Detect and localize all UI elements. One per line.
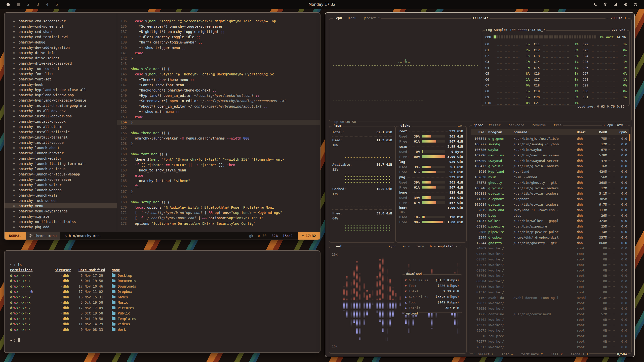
file-item[interactable]: ✱omarchy-cmd-share	[5, 29, 117, 34]
terminal-body[interactable]: ~ ❯ ls PermissionsSizeUserDate ModifiedN…	[5, 251, 320, 352]
file-item[interactable]: ✱omarchy-menu	[5, 203, 117, 208]
proc-row[interactable]: 1275containe/usr/bin/containerdroot52M0.…	[471, 311, 629, 317]
workspace-3[interactable]: 3	[37, 2, 39, 7]
workspace-4[interactable]: 4	[46, 2, 49, 7]
proc-row[interactable]: 74733kworker/root0B0.0	[471, 284, 629, 290]
proc-footer-keys[interactable]: ↑ select ↓ info ↵ terminate t Kill k sig…	[473, 352, 589, 356]
file-item[interactable]: ✱omarchy-install-dev-env	[5, 108, 117, 113]
file-item[interactable]: ✱omarchy-launch-webapp	[5, 187, 117, 193]
code-pane[interactable]: 135 case $(menu "Toggle" "▢ Screensaver\…	[117, 13, 320, 231]
file-item[interactable]: ✱omarchy-install-docker-dbs	[5, 113, 117, 119]
proc-row[interactable]: 1162avahi-daavahi-daemon: running [avahi…	[471, 295, 629, 300]
cpu-menu-hints[interactable]: menu preset *	[348, 16, 380, 20]
file-item[interactable]: ✱omarchy-install-steam	[5, 124, 117, 129]
terminal-prompt-line-2[interactable]: ~ ❯	[10, 338, 315, 343]
proc-row[interactable]: 87649btopbtopdhh26M0.0	[471, 213, 629, 218]
file-item[interactable]: ✱omarchy-cmd-screensaver	[5, 18, 117, 24]
file-item[interactable]: ✱omarchy-launch-floating-terminal-	[5, 161, 117, 166]
proc-row[interactable]: 106809swayosd-/usr/bin/swayosd-serverdhh…	[471, 158, 629, 163]
network-arrows-icon[interactable]	[593, 3, 597, 7]
proc-row[interactable]: 2075XwaylandXwayland :1 -rootless -dhh11…	[471, 207, 629, 213]
file-item[interactable]: ✱omarchy-install-vscode	[5, 140, 117, 145]
file-item[interactable]: ✱omarchy-launch-wifi	[5, 193, 117, 198]
file-item[interactable]: ✱omarchy-menu-keybindings	[5, 208, 117, 214]
file-item[interactable]: ✱omarchy-font-current	[5, 66, 117, 71]
file-item[interactable]: ✱omarchy-drive-select	[5, 55, 117, 61]
proc-option-hints[interactable]: filter per-core reverse tree	[489, 123, 562, 127]
net-hints[interactable]: sync auto zero b ◂ enp191s0 ▸ n	[387, 244, 463, 248]
proc-row[interactable]: 106811glycin-i/usr/lib/glycin-loadersdhh…	[471, 191, 629, 196]
proc-row[interactable]: 16rcu_preeroot0B0.0	[471, 333, 629, 339]
proc-row[interactable]: 71835elephantelephantdhh385M0.0	[471, 196, 629, 202]
proc-row[interactable]: 2586pipewire/usr/bin/pipewire-pulsedhh14…	[471, 229, 629, 235]
proc-row[interactable]: 102638nvimnvim --embeddhh56M0.0	[471, 174, 629, 180]
proc-row[interactable]: 81310kworker/root0B0.0	[471, 289, 629, 295]
file-item[interactable]: ✱omarchy-pkg-add	[5, 224, 117, 230]
proc-row[interactable]: 68583kworker/root0B0.0	[471, 257, 629, 262]
proc-row[interactable]: 87573ghostty/usr/bin/ghostty --gtk-dhh36…	[471, 180, 629, 185]
proc-row[interactable]: 68584kworker/root0B0.0	[471, 279, 629, 284]
proc-row[interactable]: 71837walker/usr/bin/walker --gappldhh324…	[471, 218, 629, 224]
file-item[interactable]: ✱omarchy-hyprland-window-close-all	[5, 87, 117, 92]
proc-row[interactable]: 76313kworker/root0B0.0	[471, 344, 629, 350]
file-item[interactable]: ✱omarchy-font-set	[5, 76, 117, 82]
file-item[interactable]: ✱omarchy-font-list	[5, 71, 117, 76]
proc-row[interactable]: 106746glycin-i/usr/lib/glycin-loadersdhh…	[471, 185, 629, 191]
proc-row[interactable]: 76577kworker/root0B0.0	[471, 339, 629, 344]
file-item[interactable]: ✱omarchy-install-dropbox	[5, 119, 117, 124]
file-item[interactable]: ✱omarchy-launch-screensaver	[5, 177, 117, 182]
proc-row[interactable]: 102796nautilus/usr/bin/nautilus --newdhh…	[471, 152, 629, 158]
file-item[interactable]: ✱omarchy-cmd-terminal-cwd	[5, 34, 117, 39]
proc-row[interactable]: 63816pipewire/usr/bin/pipewiredhh25M0.0	[471, 224, 629, 229]
file-item[interactable]: ✱omarchy-launch-or-focus	[5, 166, 117, 171]
proc-row[interactable]: 106541org.gnom/usr/bin/gjs /usr/lib/odhh…	[471, 136, 629, 142]
file-item[interactable]: ✱omarchy-launch-editor	[5, 156, 117, 161]
workspace-2[interactable]: 2	[27, 2, 30, 7]
proc-row[interactable]: 106786waybar/usr/bin/waybardhh67M0.0	[471, 147, 629, 153]
file-item[interactable]: ✱omarchy-hook	[5, 82, 117, 87]
workspace-occupied-icon[interactable]	[17, 3, 20, 6]
file-item[interactable]: ✱omarchy-dev-add-migration	[5, 45, 117, 50]
file-item[interactable]: ✱omarchy-debug	[5, 39, 117, 45]
disks-io-toggle[interactable]: io	[457, 124, 463, 127]
proc-row[interactable]: 68402kworker/root0B0.0	[471, 317, 629, 322]
proc-row[interactable]: 12244ghostty/usr/bin/ghostty --gtk-dhh86…	[471, 240, 629, 246]
proc-row[interactable]: 68586kworker/root0B0.0	[471, 267, 629, 273]
file-item[interactable]: ✱omarchy-install-terminal	[5, 134, 117, 140]
bluetooth-icon[interactable]	[603, 3, 607, 7]
file-item[interactable]: ✱omarchy-lock-screen	[5, 198, 117, 203]
proc-row[interactable]: 106777swaybg/usr/bin/swaybg -i /homdhh12…	[471, 142, 629, 147]
proc-row[interactable]: 2544dropbox/home/dhh/.dropbox-distdhh357…	[471, 235, 629, 240]
proc-row[interactable]: 73656kworker/root0B0.0	[471, 306, 629, 311]
file-item[interactable]: ✱omarchy-drive-info	[5, 50, 117, 55]
file-item[interactable]: ✱omarchy-migrate	[5, 214, 117, 219]
proc-row[interactable]: 94540kworker/root0B0.0	[471, 251, 629, 257]
file-item[interactable]: ✱omarchy-hyprland-workspace-toggle	[5, 98, 117, 103]
workspace-active-icon[interactable]	[7, 3, 10, 6]
proc-row[interactable]: 72073kworker/root0B0.0	[471, 262, 629, 267]
file-item[interactable]: ✱omarchy-cmd-screenshot	[5, 24, 117, 29]
file-item[interactable]: ✱omarchy-launch-about	[5, 145, 117, 150]
proc-column-headers[interactable]: Pid:Program:Command:User:MemBCpu%	[471, 129, 629, 135]
proc-row[interactable]: 103684glycin-i/usr/lib/glycin-loadersdhh…	[471, 202, 629, 207]
proc-scrollbar-thumb[interactable]	[629, 134, 630, 141]
proc-row[interactable]: 95673kworker/root0B0.0	[471, 328, 629, 333]
proc-row[interactable]: 79032kworker/root0B0.0	[471, 300, 629, 306]
power-icon[interactable]	[633, 3, 637, 7]
proc-sort-selector[interactable]: ‹ cpu lazy ›	[602, 123, 628, 127]
file-item[interactable]: ✱omarchy-install-tailscale	[5, 129, 117, 134]
workspace-5[interactable]: 5	[56, 2, 58, 7]
proc-row[interactable]: 76575kworker/root0B0.0	[471, 322, 629, 328]
proc-row[interactable]: 73703kworker/root0B0.0	[471, 273, 629, 279]
file-item[interactable]: ✱omarchy-install-chromium-google-a	[5, 103, 117, 108]
volume-icon[interactable]	[623, 3, 627, 7]
file-item[interactable]: ✱omarchy-launch-walker	[5, 182, 117, 187]
file-item[interactable]: ✱omarchy-drive-set-password	[5, 61, 117, 66]
proc-row[interactable]: 106473glycin-i/usr/lib/glycin-loadersdhh…	[471, 163, 629, 169]
usage-bars-icon[interactable]	[613, 3, 617, 7]
proc-row[interactable]: 74869kworker/root0B0.0	[471, 246, 629, 251]
file-item[interactable]: ✱omarchy-launch-browser	[5, 150, 117, 156]
proc-row[interactable]: 1916HyprlandHyprlanddhh420M0.0	[471, 169, 629, 174]
file-item[interactable]: ✱omarchy-notification-dismiss	[5, 219, 117, 224]
file-item[interactable]: ✱omarchy-hyprland-window-pop	[5, 92, 117, 98]
